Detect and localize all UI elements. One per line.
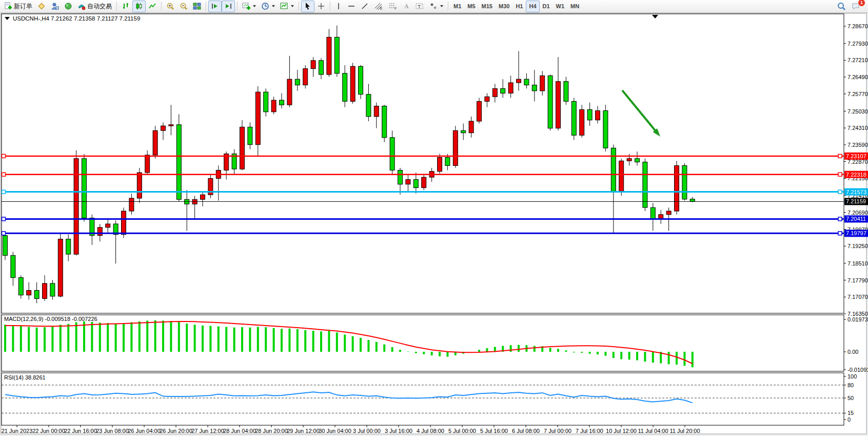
label-tool-button[interactable]: T <box>412 1 427 12</box>
time-axis-label: 26 Jun 20:00 <box>160 428 192 434</box>
horizontal-line-tool-button[interactable] <box>345 1 358 12</box>
channel-tool-button[interactable]: E <box>371 1 386 12</box>
notification-badge: 1 <box>858 0 865 7</box>
timeframe-m30-button[interactable]: M30 <box>496 1 512 12</box>
toolbar-separator <box>206 2 206 11</box>
auto-scroll-icon <box>211 2 219 10</box>
tile-windows-button[interactable] <box>190 1 204 12</box>
profile-icon <box>51 2 59 10</box>
toolbar-separator <box>237 2 238 11</box>
autotrading-label: 自动交易 <box>87 2 112 11</box>
arrows-icon <box>429 2 438 10</box>
auto-scroll-button[interactable] <box>208 1 222 12</box>
equidistant-channel-icon: E <box>374 2 383 10</box>
timeframe-m15-button[interactable]: M15 <box>479 1 496 12</box>
hline-handle[interactable] <box>838 190 842 194</box>
toolbar-separator <box>330 2 330 11</box>
news-button[interactable] <box>62 1 75 12</box>
hline-handle[interactable] <box>2 232 6 235</box>
timeframe-w1-button[interactable]: W1 <box>553 1 568 12</box>
time-axis-label: 26 Jun 04:00 <box>128 428 161 434</box>
price-axis-tick: 7.24310 <box>847 125 868 131</box>
toolbar-separator <box>116 2 117 11</box>
hline-handle[interactable] <box>838 154 842 158</box>
clock-icon <box>261 2 269 10</box>
chevron-down-icon <box>272 5 275 7</box>
time-axis-label: 6 Jul 08:00 <box>512 428 540 434</box>
main-toolbar: 新订单 自动交易 <box>0 0 868 13</box>
chevron-down-icon <box>440 5 443 7</box>
price-axis-tick: 7.28670 <box>847 23 868 29</box>
timeframe-h1-button[interactable]: H1 <box>512 1 526 12</box>
template-button[interactable] <box>278 1 297 12</box>
hline-handle[interactable] <box>838 232 842 235</box>
period-button[interactable] <box>259 1 278 12</box>
crosshair-icon <box>317 2 325 10</box>
bar-chart-button[interactable] <box>119 1 132 12</box>
zoom-out-button[interactable] <box>177 1 190 12</box>
rsi-panel[interactable] <box>2 373 844 425</box>
fibonacci-icon: F <box>388 2 398 10</box>
rsi-axis-tick: 0 <box>847 416 851 423</box>
hline-handle[interactable] <box>838 217 842 221</box>
hline-handle[interactable] <box>2 217 6 221</box>
time-axis-label: 11 Jul 04:00 <box>638 428 668 434</box>
time-axis-label: 30 Jun 04:00 <box>319 428 351 434</box>
zoom-in-icon <box>166 2 174 10</box>
price-axis-tick: 7.18510 <box>847 260 868 267</box>
toolbar-separator <box>161 2 162 11</box>
timeframe-d1-button[interactable]: D1 <box>540 1 553 12</box>
hline-handle[interactable] <box>2 154 6 158</box>
globe-icon <box>64 2 72 10</box>
time-axis-label: 21 Jun 2023 <box>2 428 33 434</box>
vertical-line-tool-button[interactable] <box>332 1 345 12</box>
new-order-button[interactable]: 新订单 <box>2 1 35 12</box>
autotrading-button[interactable]: 自动交易 <box>75 1 114 12</box>
price-axis-tick: 7.26490 <box>847 74 868 80</box>
gold-icon <box>37 2 46 10</box>
svg-text:7.22318: 7.22318 <box>846 172 866 178</box>
cursor-button[interactable] <box>301 1 314 12</box>
chart-window[interactable]: 7.286707.279307.272107.264907.257707.250… <box>0 0 868 436</box>
timeframe-m1-button[interactable]: M1 <box>450 1 464 12</box>
crosshair-button[interactable] <box>314 1 328 12</box>
svg-text:7.21159: 7.21159 <box>846 198 866 204</box>
new-chart-button[interactable] <box>240 1 259 12</box>
chart-title: USDCNH-,H4 7.21262 7.21358 7.21127 7.211… <box>13 15 140 22</box>
price-axis-tick: 7.25770 <box>847 91 868 97</box>
profile-button[interactable] <box>48 1 62 12</box>
price-axis-tick: 7.27210 <box>847 57 868 63</box>
trendline-tool-button[interactable] <box>358 1 371 12</box>
chart-shift-button[interactable] <box>222 1 235 12</box>
time-axis-label: 7 Jul 16:00 <box>576 428 603 434</box>
arrows-tool-button[interactable] <box>427 1 446 12</box>
main-panel[interactable] <box>2 14 844 313</box>
fibonacci-tool-button[interactable]: F <box>386 1 400 12</box>
text-icon: A <box>403 2 410 10</box>
horizontal-line-icon <box>347 2 356 10</box>
search-button[interactable] <box>834 1 849 12</box>
deposit-button[interactable] <box>35 1 48 12</box>
price-axis-tick: 7.17070 <box>847 294 868 300</box>
notifications-button[interactable]: 1 <box>849 1 863 12</box>
hline-handle[interactable] <box>2 173 6 176</box>
time-axis-label: 22 Jun 00:00 <box>32 428 65 434</box>
tile-windows-icon <box>193 2 201 10</box>
new-order-icon <box>4 2 12 10</box>
hline-handle[interactable] <box>2 190 6 194</box>
text-tool-button[interactable]: A <box>400 1 412 12</box>
chart-shift-icon <box>224 2 232 10</box>
timeframe-h4-button[interactable]: H4 <box>526 1 539 12</box>
bar-chart-icon <box>122 2 130 10</box>
timeframe-m5-button[interactable]: M5 <box>464 1 478 12</box>
line-chart-icon <box>148 2 156 10</box>
svg-text:T: T <box>418 4 421 9</box>
new-chart-icon <box>242 2 250 10</box>
zoom-in-button[interactable] <box>164 1 177 12</box>
rsi-axis-tick: 80 <box>847 382 854 388</box>
hline-handle[interactable] <box>838 173 842 176</box>
trendline-icon <box>361 2 369 10</box>
candle-chart-button[interactable] <box>132 1 146 12</box>
timeframe-mn-button[interactable]: MN <box>567 1 582 12</box>
line-chart-button[interactable] <box>146 1 159 12</box>
